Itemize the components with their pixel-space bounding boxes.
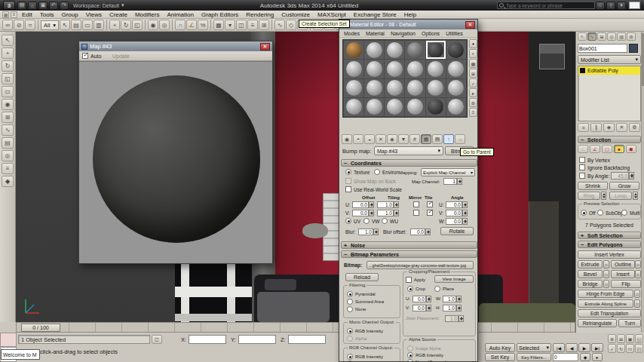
modifier-stack[interactable]: Editable Poly bbox=[578, 66, 641, 121]
rotate-icon[interactable]: ↻ bbox=[121, 20, 131, 30]
use-real-world-scale-checkbox[interactable]: Use Real-World Scale bbox=[345, 186, 402, 192]
outline-button[interactable]: Outline bbox=[611, 260, 635, 268]
sample-tiling-icon[interactable]: ⊞ bbox=[469, 69, 477, 78]
u-tile-checkbox[interactable] bbox=[427, 201, 433, 207]
menubar-icon[interactable]: ≡ bbox=[11, 11, 17, 18]
material-sample-slot[interactable] bbox=[385, 41, 404, 59]
zoom-region-icon[interactable]: ◱ bbox=[635, 334, 643, 343]
v-tiling-spinner[interactable] bbox=[394, 210, 399, 216]
configure-stack-icon[interactable]: ⚙ bbox=[629, 123, 640, 132]
material-editor-titlebar[interactable]: Material Editor - 08 - Default ✕ bbox=[339, 20, 477, 29]
search-box[interactable] bbox=[497, 2, 595, 9]
material-sample-slot[interactable] bbox=[446, 98, 466, 116]
crop-radio[interactable]: Crop bbox=[407, 286, 425, 292]
percent-snap-icon[interactable]: % bbox=[198, 20, 208, 30]
go-forward-sibling-icon[interactable]: → bbox=[455, 134, 465, 144]
make-unique-icon[interactable]: ◈ bbox=[387, 134, 397, 144]
modifier-list-dropdown[interactable]: Modifier List▾ bbox=[578, 55, 641, 64]
left-toolbar-icon[interactable]: ◱ bbox=[2, 73, 14, 84]
preview-subobj-radio[interactable]: SubObj bbox=[597, 210, 622, 216]
put-to-library-icon[interactable]: ▼ bbox=[398, 134, 409, 144]
subobj-border-icon[interactable]: ▢ bbox=[602, 145, 612, 153]
use-pivot-icon[interactable]: ◎ bbox=[159, 20, 170, 30]
sample-type-icon[interactable]: ● bbox=[469, 39, 477, 48]
rgb-intensity-radio[interactable]: RGB Intensity bbox=[347, 354, 383, 360]
material-sample-slot[interactable] bbox=[385, 79, 404, 97]
view-image-button[interactable]: View Image bbox=[434, 275, 474, 283]
ignore-backfacing-checkbox[interactable]: Ignore Backfacing bbox=[579, 164, 630, 170]
move-icon[interactable]: + bbox=[109, 20, 120, 30]
crop-w-spinner[interactable] bbox=[456, 296, 462, 302]
apply-checkbox[interactable]: Apply bbox=[406, 277, 425, 283]
map-channel-field[interactable]: 1 bbox=[443, 178, 457, 185]
u-offset-field[interactable]: 0.0 bbox=[352, 201, 369, 208]
selection-filter-dropdown[interactable]: All▾ bbox=[41, 20, 59, 30]
hinge-from-edge-button[interactable]: Hinge From Edge bbox=[578, 290, 633, 298]
insert-button[interactable]: Insert bbox=[611, 270, 635, 278]
layers-icon[interactable]: ⊞ bbox=[259, 20, 269, 30]
menubar-icon[interactable]: ▦ bbox=[2, 11, 9, 18]
crop-h-field[interactable]: 1.0 bbox=[443, 305, 456, 311]
material-sample-slot[interactable] bbox=[405, 41, 425, 59]
by-vertex-checkbox[interactable]: By Vertex bbox=[579, 157, 610, 163]
preview-off-radio[interactable]: Off bbox=[581, 210, 596, 216]
grow-button[interactable]: Grow bbox=[609, 182, 639, 190]
timeline-track[interactable]: 0 / 100 bbox=[16, 322, 575, 333]
subobj-edge-icon[interactable]: ∠ bbox=[590, 145, 600, 153]
bevel-settings-button[interactable]: □ bbox=[603, 270, 609, 278]
v-tiling-field[interactable]: 1.0 bbox=[377, 210, 394, 216]
save-icon[interactable]: ▣ bbox=[38, 2, 48, 10]
menu-create[interactable]: Create bbox=[106, 11, 131, 18]
left-toolbar-icon[interactable]: ∿ bbox=[2, 124, 14, 136]
left-toolbar-icon[interactable]: + bbox=[2, 48, 14, 59]
blur-offset-field[interactable]: 0.0 bbox=[410, 229, 425, 235]
put-to-scene-icon[interactable]: ◓ bbox=[353, 134, 363, 144]
selection-lock-icon[interactable]: ◻ bbox=[152, 335, 162, 344]
coord-z-field[interactable] bbox=[288, 335, 326, 344]
subobj-element-icon[interactable]: ◼ bbox=[626, 145, 636, 153]
key-filters-button[interactable]: Key Filters... bbox=[517, 353, 551, 361]
v-angle-spinner[interactable] bbox=[462, 210, 468, 216]
left-toolbar-icon[interactable]: ◎ bbox=[2, 150, 14, 161]
orbit-icon[interactable]: ↻ bbox=[617, 344, 625, 353]
tab-hierarchy-icon[interactable]: ⊞ bbox=[597, 32, 606, 41]
menu-exchange-store[interactable]: Exchange Store bbox=[350, 11, 400, 18]
remove-modifier-icon[interactable]: ✕ bbox=[616, 123, 627, 132]
left-toolbar-icon[interactable]: ↻ bbox=[2, 60, 14, 72]
wu-radio[interactable]: WU bbox=[382, 218, 398, 224]
key-mode-button[interactable]: ◆ bbox=[580, 353, 590, 361]
material-sample-slot[interactable] bbox=[426, 60, 446, 78]
me-menu-utilities[interactable]: Utilities bbox=[443, 31, 466, 36]
select-by-name-icon[interactable]: ▤ bbox=[71, 20, 81, 30]
coordinates-rollout-header[interactable]: −Coordinates bbox=[341, 159, 477, 167]
undo-icon[interactable]: ↶ bbox=[49, 2, 58, 10]
show-map-on-back-checkbox[interactable]: Show Map on Back bbox=[345, 178, 396, 184]
me-menu-navigation[interactable]: Navigation bbox=[388, 31, 419, 36]
u-mirror-checkbox[interactable] bbox=[413, 201, 419, 207]
select-link-icon[interactable]: ∞ bbox=[2, 20, 13, 30]
rect-region-icon[interactable]: ▭ bbox=[82, 20, 93, 30]
selected-set-dropdown[interactable]: Selected▾ bbox=[517, 343, 551, 352]
coord-y-field[interactable] bbox=[238, 335, 276, 344]
u-tiling-spinner[interactable] bbox=[394, 201, 399, 208]
material-sample-slot[interactable] bbox=[364, 79, 384, 97]
zoom-extents-icon[interactable]: ▣ bbox=[626, 334, 634, 343]
left-toolbar-icon[interactable]: ▤ bbox=[2, 137, 14, 149]
summed-area-radio[interactable]: Summed Area bbox=[347, 299, 384, 305]
material-sample-slot[interactable] bbox=[364, 98, 384, 116]
w-angle-spinner[interactable] bbox=[462, 218, 468, 225]
show-end-result-icon[interactable]: ▤ bbox=[432, 134, 443, 144]
crop-v-field[interactable]: 0.0 bbox=[412, 305, 426, 311]
menu-modifiers[interactable]: Modifiers bbox=[131, 11, 163, 18]
unlink-icon[interactable]: ⊘ bbox=[14, 20, 24, 30]
menu-rendering[interactable]: Rendering bbox=[242, 11, 278, 18]
pan-icon[interactable]: ✓ bbox=[608, 344, 616, 353]
loop-spinner[interactable] bbox=[633, 192, 638, 200]
close-icon[interactable]: ✕ bbox=[465, 21, 475, 29]
map-channel-spinner[interactable] bbox=[457, 178, 462, 185]
menu-group[interactable]: Group bbox=[57, 11, 81, 18]
go-to-parent-icon[interactable]: ↑ bbox=[443, 134, 454, 144]
bitmap-parameters-rollout-header[interactable]: −Bitmap Parameters bbox=[341, 250, 477, 258]
viewport-layout-icon[interactable]: ◰ bbox=[635, 344, 643, 353]
show-end-result-stack-icon[interactable]: ∥ bbox=[590, 123, 602, 132]
